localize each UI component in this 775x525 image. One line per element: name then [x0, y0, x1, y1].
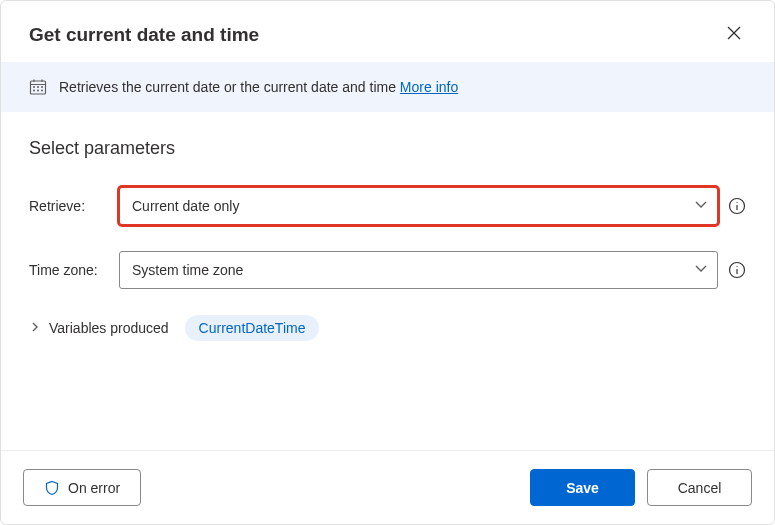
svg-point-16: [736, 266, 737, 267]
cancel-label: Cancel: [678, 480, 722, 496]
banner-description: Retrieves the current date or the curren…: [59, 79, 400, 95]
variables-row: Variables produced CurrentDateTime: [29, 315, 746, 341]
timezone-select[interactable]: System time zone: [119, 251, 718, 289]
variable-chip[interactable]: CurrentDateTime: [185, 315, 320, 341]
cancel-button[interactable]: Cancel: [647, 469, 752, 506]
dialog-header: Get current date and time: [1, 1, 774, 62]
timezone-label: Time zone:: [29, 262, 109, 278]
timezone-value: System time zone: [132, 262, 243, 278]
variables-label: Variables produced: [49, 320, 169, 336]
calendar-icon: [29, 78, 47, 96]
param-row-timezone: Time zone: System time zone: [29, 251, 746, 289]
save-button[interactable]: Save: [530, 469, 635, 506]
info-banner: Retrieves the current date or the curren…: [1, 62, 774, 112]
save-label: Save: [566, 480, 599, 496]
retrieve-select-wrap: Current date only: [119, 187, 718, 225]
svg-point-13: [736, 202, 737, 203]
banner-text: Retrieves the current date or the curren…: [59, 79, 458, 95]
variables-expand-toggle[interactable]: [29, 319, 41, 337]
section-title: Select parameters: [29, 138, 746, 159]
on-error-button[interactable]: On error: [23, 469, 141, 506]
dialog-footer: On error Save Cancel: [1, 450, 774, 524]
retrieve-label: Retrieve:: [29, 198, 109, 214]
retrieve-info-icon[interactable]: [728, 197, 746, 215]
more-info-link[interactable]: More info: [400, 79, 458, 95]
retrieve-select[interactable]: Current date only: [119, 187, 718, 225]
param-row-retrieve: Retrieve: Current date only: [29, 187, 746, 225]
close-icon: [726, 29, 742, 44]
close-button[interactable]: [722, 21, 746, 48]
shield-icon: [44, 480, 60, 496]
dialog-title: Get current date and time: [29, 24, 259, 46]
timezone-select-wrap: System time zone: [119, 251, 718, 289]
on-error-label: On error: [68, 480, 120, 496]
timezone-info-icon[interactable]: [728, 261, 746, 279]
footer-actions: Save Cancel: [530, 469, 752, 506]
dialog-content: Select parameters Retrieve: Current date…: [1, 112, 774, 450]
retrieve-value: Current date only: [132, 198, 239, 214]
